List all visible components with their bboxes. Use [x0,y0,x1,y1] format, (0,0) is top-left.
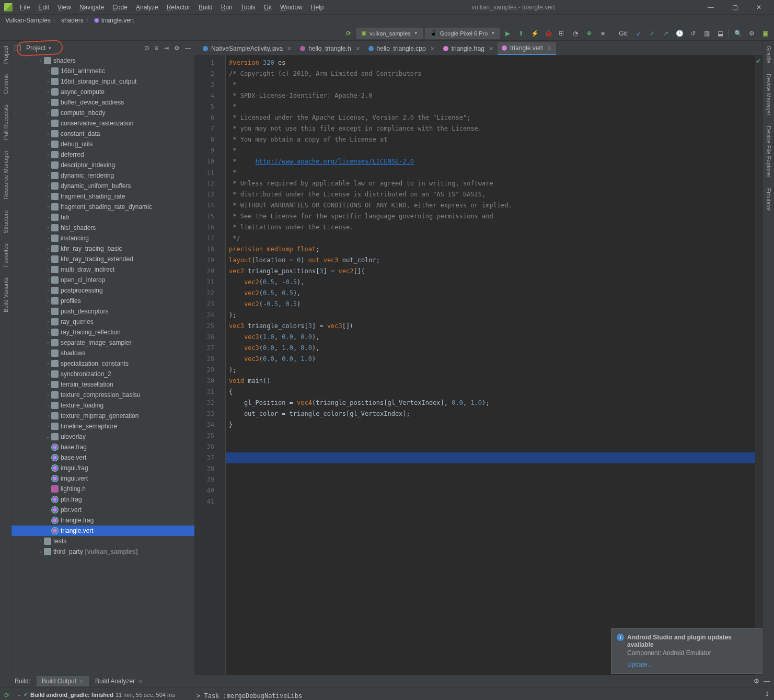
git-history-icon[interactable]: 🕓 [674,28,685,39]
tree-item[interactable]: base.frag [11,442,194,452]
menu-refactor[interactable]: Refactor [163,4,194,11]
crumb[interactable]: Vulkan-Samples [5,17,51,24]
tree-item[interactable]: ›hdr [11,212,194,223]
close-icon[interactable]: ✕ [287,45,292,52]
run-icon[interactable]: ▶ [502,28,513,39]
profiler-icon[interactable]: ◔ [570,28,581,39]
close-icon[interactable]: ✕ [547,45,552,52]
popup-update-link[interactable]: Update... [627,661,757,668]
minimize-button[interactable]: — [699,1,723,14]
debug-icon[interactable]: 🐞 [542,28,554,39]
tree-item[interactable]: ›specialization_constants [11,358,194,369]
panel-settings-icon[interactable]: ⚙ [754,678,759,685]
code-editor[interactable]: #version 320 es/* Copyright (c) 2019, Ar… [226,55,755,675]
close-icon[interactable]: ✕ [489,45,493,52]
editor-tab[interactable]: triangle.frag✕ [439,42,498,55]
tree-item[interactable]: ›conservative_rasterization [11,118,194,129]
menu-code[interactable]: Code [108,4,132,11]
left-tab-commit[interactable]: Commit [3,69,9,99]
update-popup[interactable]: i Android Studio and plugin updates avai… [611,628,763,674]
left-tab-favorites[interactable]: Favorites [3,238,9,272]
hide-icon[interactable]: — [185,44,191,52]
tree-item[interactable]: ⌄uioverlay [11,431,194,442]
editor-tab[interactable]: hello_triangle.h✕ [296,42,364,55]
close-icon[interactable]: ✕ [430,45,435,52]
tree-item[interactable]: ›fragment_shading_rate_dynamic [11,202,194,212]
left-tab-structure[interactable]: Structure [3,205,9,239]
run-config-dropdown[interactable]: ▣vulkan_samples▼ [356,28,423,39]
menu-navigate[interactable]: Navigate [75,4,108,11]
coverage-icon[interactable]: ⛨ [556,28,568,39]
expand-icon[interactable]: ≡ [155,44,158,52]
tree-item[interactable]: ›timeline_semaphore [11,421,194,431]
tree-item[interactable]: imgui.vert [11,473,194,484]
editor-tab[interactable]: hello_triangle.cpp✕ [364,42,439,55]
build-task-row[interactable]: ⌄✔Build android_gradle: finished11 min, … [15,690,190,699]
debug-attach-icon[interactable]: ⬆ [515,28,527,39]
tree-item[interactable]: triangle.vert [11,526,194,536]
tree-item[interactable]: ›ray_tracing_reflection [11,327,194,337]
crumb[interactable]: triangle.vert [101,17,134,24]
tree-item[interactable]: ›constant_data [11,129,194,139]
left-tab-resource-manager[interactable]: Resource Manager [3,145,9,205]
line-gutter[interactable]: 1234567891011121314151617181920212223242… [194,55,218,675]
search-icon[interactable]: 🔍 [732,28,744,39]
tree-item[interactable]: ›16bit_arithmetic [11,66,194,76]
tree-item[interactable]: ›khr_ray_tracing_extended [11,254,194,264]
tree-item[interactable]: triangle.frag [11,515,194,526]
tree-item[interactable]: ›shaders [11,55,194,66]
tree-item[interactable]: ›khr_ray_tracing_basic [11,243,194,254]
git-commit-icon[interactable]: ✓ [646,28,658,39]
right-tab-emulator[interactable]: Emulator [766,183,772,216]
git-update-icon[interactable]: ↙ [633,28,644,39]
tree-item[interactable]: ›dynamic_uniform_buffers [11,181,194,191]
menu-help[interactable]: Help [307,4,328,11]
build-output-tab[interactable]: Build Output✕ [37,676,89,686]
menu-edit[interactable]: Edit [34,4,53,11]
tree-item[interactable]: ›separate_image_sampler [11,337,194,348]
left-tab-pull-requests[interactable]: Pull Requests [3,99,9,145]
tree-item[interactable]: pbr.vert [11,505,194,515]
help-icon[interactable]: ▣ [759,28,771,39]
left-tab-project[interactable]: Project [3,41,9,69]
tree-item[interactable]: ›postprocessing [11,285,194,296]
tree-item[interactable]: ›async_compute [11,87,194,97]
scrollbar-horizontal[interactable] [11,670,194,675]
crumb[interactable]: shaders [61,17,84,24]
right-tab-device-manager[interactable]: Device Manager [766,68,772,121]
tree-item[interactable]: ›deferred [11,149,194,160]
tree-item[interactable]: ›debug_utils [11,139,194,149]
git-rollback-icon[interactable]: ↺ [687,28,699,39]
menu-build[interactable]: Build [194,4,217,11]
settings-icon[interactable]: ⚙ [746,28,757,39]
panel-hide-icon[interactable]: — [764,678,770,685]
project-tree[interactable]: ›shaders›16bit_arithmetic›16bit_storage_… [11,55,194,670]
tree-item[interactable]: ›instancing [11,233,194,243]
apply-changes-icon[interactable]: ⚡ [529,28,540,39]
tree-item[interactable]: base.vert [11,452,194,463]
close-button[interactable]: ✕ [747,1,771,14]
tree-item[interactable]: ›tests [11,536,194,546]
menu-window[interactable]: Window [276,4,307,11]
tree-item[interactable]: ›dynamic_rendering [11,170,194,181]
tree-item[interactable]: ›ray_queries [11,317,194,327]
tree-item[interactable]: ›texture_compression_basisu [11,390,194,400]
tree-item[interactable]: ›shadows [11,348,194,358]
gear-icon[interactable]: ⚙ [174,44,180,52]
tree-item[interactable]: ›compute_nbody [11,108,194,118]
tree-item[interactable]: ›push_descriptors [11,306,194,317]
tree-item[interactable]: ›texture_loading [11,400,194,411]
tree-item[interactable]: ›buffer_device_address [11,97,194,108]
tree-item[interactable]: lighting.h [11,484,194,494]
tree-item[interactable]: ›descriptor_indexing [11,160,194,170]
menu-run[interactable]: Run [217,4,237,11]
restart-icon[interactable]: ⟳ [4,692,9,699]
project-view-dropdown[interactable]: Project▼ [26,44,52,52]
editor-tab[interactable]: triangle.vert✕ [498,42,556,55]
right-tab-gradle[interactable]: Gradle [766,41,772,68]
left-tab-build-variants[interactable]: Build Variants [3,272,9,318]
tree-item[interactable]: imgui.frag [11,463,194,473]
avd-icon[interactable]: ▥ [701,28,712,39]
sync-icon[interactable]: ⟳ [343,28,354,39]
build-analyzer-tab[interactable]: Build Analyzer✕ [90,676,147,686]
